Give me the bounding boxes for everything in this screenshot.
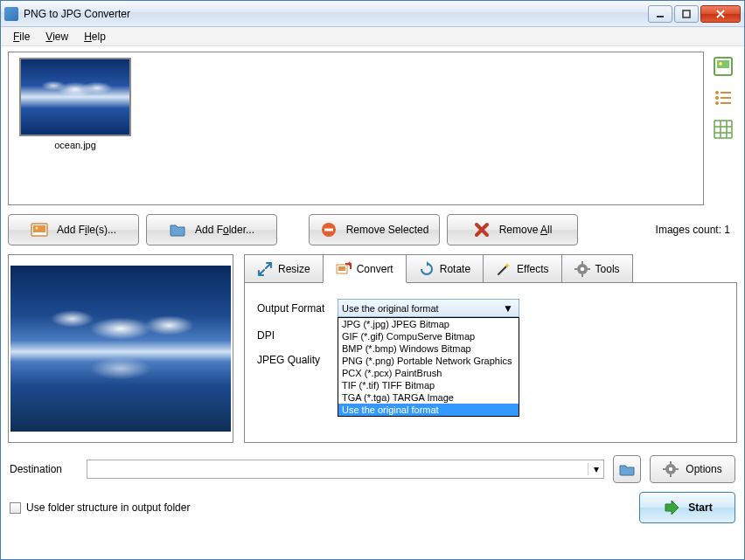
play-arrow-icon <box>662 499 679 516</box>
gear-icon <box>574 261 590 277</box>
thumbnail-view-icon[interactable] <box>712 55 735 78</box>
app-icon <box>4 7 18 21</box>
destination-row: Destination ▾ Options <box>8 455 737 483</box>
destination-label: Destination <box>10 463 78 475</box>
dropdown-option[interactable]: TGA (*.tga) TARGA Image <box>338 391 519 404</box>
chevron-down-icon: ▼ <box>501 302 515 315</box>
svg-rect-32 <box>581 261 583 264</box>
options-button[interactable]: Options <box>650 455 735 483</box>
svg-rect-22 <box>33 225 45 232</box>
output-format-value: Use the original format <box>342 303 501 314</box>
tab-effects[interactable]: Effects <box>483 254 561 282</box>
effects-icon <box>496 261 512 277</box>
remove-selected-button[interactable]: Remove Selected <box>309 214 440 245</box>
resize-icon <box>257 261 273 277</box>
title-bar: PNG to JPG Converter <box>1 1 744 27</box>
dropdown-option[interactable]: GIF (*.gif) CompuServe Bitmap <box>338 330 519 342</box>
file-thumbnail-image <box>19 58 131 136</box>
picture-icon <box>31 221 48 239</box>
window-buttons <box>648 5 741 23</box>
gear-icon <box>663 461 679 477</box>
destination-input[interactable]: ▾ <box>87 460 604 479</box>
window-title: PNG to JPG Converter <box>24 8 648 20</box>
svg-point-23 <box>35 227 38 230</box>
dropdown-option[interactable]: JPG (*.jpg) JPEG Bitmap <box>338 318 519 330</box>
menu-bar: File View Help <box>1 27 744 46</box>
chevron-down-icon[interactable]: ▾ <box>588 463 603 475</box>
browse-folder-button[interactable] <box>613 455 641 483</box>
svg-rect-39 <box>670 474 672 477</box>
dropdown-option[interactable]: Use the original format <box>338 404 519 416</box>
svg-rect-34 <box>574 268 577 270</box>
remove-icon <box>320 221 338 239</box>
tab-resize[interactable]: Resize <box>244 254 324 282</box>
menu-help[interactable]: Help <box>77 29 113 45</box>
folder-open-icon <box>618 460 636 478</box>
bottom-row: Use folder structure in output folder St… <box>8 492 737 523</box>
remove-selected-label: Remove Selected <box>346 224 429 236</box>
preview-panel <box>8 254 233 443</box>
svg-rect-41 <box>676 468 679 470</box>
dropdown-option[interactable]: PCX (*.pcx) PaintBrush <box>338 367 519 379</box>
output-format-dropdown[interactable]: JPG (*.jpg) JPEG Bitmap GIF (*.gif) Comp… <box>338 317 519 417</box>
maximize-button[interactable] <box>674 5 699 23</box>
grid-view-icon[interactable] <box>712 118 735 141</box>
minimize-button[interactable] <box>648 5 672 23</box>
remove-all-button[interactable]: Remove All <box>447 214 578 245</box>
dropdown-option[interactable]: TIF (*.tif) TIFF Bitmap <box>338 379 519 391</box>
output-format-label: Output Format <box>257 302 338 315</box>
add-files-label: Add File(s)... <box>57 224 116 236</box>
file-thumbnail-item[interactable]: ocean.jpg <box>14 58 136 150</box>
checkbox-icon <box>10 502 21 514</box>
svg-rect-8 <box>721 92 731 93</box>
output-format-select[interactable]: Use the original format ▼ <box>338 299 519 317</box>
dropdown-option[interactable]: PNG (*.png) Portable Network Graphics <box>338 355 519 367</box>
svg-rect-25 <box>324 229 333 232</box>
dpi-label: DPI <box>257 329 338 342</box>
svg-rect-33 <box>581 274 583 277</box>
add-files-button[interactable]: Add File(s)... <box>8 214 139 245</box>
tab-convert[interactable]: Convert <box>323 254 407 283</box>
remove-all-label: Remove All <box>499 224 553 236</box>
svg-point-31 <box>580 266 584 271</box>
svg-rect-38 <box>670 461 672 464</box>
tab-rotate[interactable]: Rotate <box>406 254 484 282</box>
svg-rect-35 <box>588 268 590 270</box>
remove-all-icon <box>473 221 491 239</box>
svg-point-11 <box>715 101 719 105</box>
svg-rect-1 <box>683 10 690 17</box>
svg-rect-29 <box>338 266 345 271</box>
start-button[interactable]: Start <box>639 492 735 523</box>
file-list-area[interactable]: ocean.jpg <box>8 52 704 205</box>
folder-structure-checkbox[interactable]: Use folder structure in output folder <box>10 501 190 514</box>
svg-point-37 <box>669 467 673 472</box>
svg-rect-10 <box>721 97 731 99</box>
view-mode-tools <box>709 52 737 205</box>
preview-image <box>10 266 231 432</box>
svg-point-7 <box>715 91 719 94</box>
svg-point-9 <box>715 96 719 100</box>
folder-icon <box>169 221 186 239</box>
jpeg-quality-label: JPEG Quality <box>257 354 338 366</box>
images-count-label: Images count: 1 <box>656 224 730 236</box>
convert-tab-body: Output Format Use the original format ▼ … <box>244 282 737 443</box>
tab-tools[interactable]: Tools <box>561 254 633 282</box>
settings-panel: Resize Convert Rotate Effects Tools <box>244 254 737 443</box>
dropdown-option[interactable]: BMP (*.bmp) Windows Bitmap <box>338 342 519 355</box>
add-folder-button[interactable]: Add Folder... <box>146 214 277 245</box>
list-view-icon[interactable] <box>712 86 735 109</box>
content-area: ocean.jpg Add File(s)... Add Folder... <box>1 46 744 530</box>
svg-rect-40 <box>663 468 665 470</box>
toolbar: Add File(s)... Add Folder... Remove Sele… <box>8 214 737 245</box>
rotate-icon <box>419 261 435 277</box>
svg-point-6 <box>719 62 722 66</box>
menu-file[interactable]: File <box>6 29 37 45</box>
close-button[interactable] <box>700 5 741 23</box>
menu-view[interactable]: View <box>38 29 75 45</box>
svg-rect-12 <box>721 102 731 104</box>
add-folder-label: Add Folder... <box>195 224 254 236</box>
tab-strip: Resize Convert Rotate Effects Tools <box>244 254 737 282</box>
file-thumbnail-label: ocean.jpg <box>14 140 136 150</box>
convert-icon <box>336 261 352 277</box>
